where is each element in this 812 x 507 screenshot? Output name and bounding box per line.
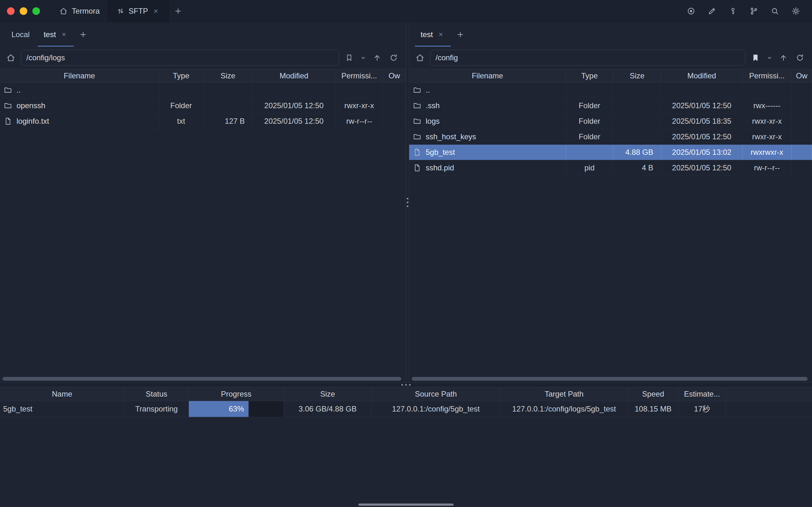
header-source-path[interactable]: Source Path [372, 387, 500, 401]
header-size[interactable]: Size [613, 69, 661, 82]
file-size [204, 98, 253, 113]
pane-tab[interactable]: test [414, 22, 452, 47]
file-row[interactable]: .ssh Folder 2025/01/05 12:50 rwx------ [409, 98, 812, 114]
header-owner[interactable]: Ow [792, 69, 812, 82]
file-size [613, 129, 661, 145]
header-filename[interactable]: Filename [409, 69, 566, 82]
add-tab-button[interactable] [75, 22, 92, 47]
header-type[interactable]: Type [159, 69, 204, 82]
bookmark-button[interactable] [749, 51, 762, 64]
file-row[interactable]: ssh_host_keys Folder 2025/01/05 12:50 rw… [409, 129, 812, 145]
file-row[interactable]: sshd.pid pid 4 B 2025/01/05 12:50 rw-r--… [409, 160, 812, 176]
close-icon[interactable] [152, 7, 160, 15]
chevron-down-icon[interactable] [766, 51, 773, 64]
chevron-down-icon[interactable] [359, 51, 367, 64]
file-list: .. openssh [0, 82, 406, 383]
file-permissions [335, 82, 383, 98]
header-size[interactable]: Size [204, 69, 253, 82]
file-name: .ssh [426, 101, 440, 110]
header-target-path[interactable]: Target Path [500, 387, 628, 401]
file-modified: 2025/01/05 13:02 [661, 145, 743, 160]
file-row[interactable]: openssh Folder 2025/01/05 12:50 rwxr-xr-… [0, 98, 406, 114]
pane-tab-label: Local [11, 30, 30, 39]
folder-icon [3, 86, 13, 95]
header-speed[interactable]: Speed [628, 387, 679, 401]
file-row[interactable]: loginfo.txt txt 127 B 2025/01/05 12:50 r… [0, 114, 406, 129]
parent-directory-button[interactable] [777, 51, 790, 64]
file-owner [792, 98, 812, 113]
folder-icon [412, 116, 422, 126]
edit-button[interactable] [706, 5, 718, 17]
tab-label: SFTP [128, 7, 148, 15]
tab-sftp[interactable]: SFTP [108, 0, 169, 22]
close-window-button[interactable] [7, 7, 15, 15]
file-row[interactable]: .. [409, 82, 812, 98]
horizontal-scrollbar[interactable] [3, 377, 401, 381]
header-size[interactable]: Size [284, 387, 372, 401]
progress-fill: 63% [189, 401, 249, 417]
file-list: .. .ssh [409, 82, 812, 383]
key-button[interactable] [727, 5, 739, 17]
pane-divider[interactable] [406, 22, 409, 383]
tab-termora[interactable]: Termora [51, 0, 108, 22]
header-modified[interactable]: Modified [661, 69, 743, 82]
file-row[interactable]: logs Folder 2025/01/05 18:35 rwxr-xr-x [409, 114, 812, 129]
file-owner [792, 129, 812, 145]
parent-directory-button[interactable] [371, 51, 383, 64]
close-icon[interactable] [60, 31, 68, 39]
transfer-name: 5gb_test [0, 401, 124, 417]
header-permissions[interactable]: Permissi... [743, 69, 792, 82]
app-window: Termora SFTP [0, 0, 812, 507]
header-progress[interactable]: Progress [189, 387, 284, 401]
remote-pane-tabs: test [409, 22, 812, 47]
bookmark-button[interactable] [343, 51, 356, 64]
file-name: .. [16, 86, 21, 95]
zoom-window-button[interactable] [33, 7, 40, 15]
header-permissions[interactable]: Permissi... [335, 69, 383, 82]
search-button[interactable] [769, 5, 781, 17]
settings-button[interactable] [790, 5, 802, 17]
home-button[interactable] [4, 51, 17, 64]
path-value: /config/logs [26, 53, 65, 62]
file-size [613, 98, 661, 113]
transfer-icon [116, 7, 125, 15]
file-row[interactable]: .. [0, 82, 406, 98]
record-button[interactable] [685, 5, 697, 17]
tab-label: Termora [72, 7, 100, 15]
minimize-window-button[interactable] [20, 7, 27, 15]
file-permissions [743, 82, 792, 98]
transfers-divider[interactable] [0, 383, 812, 387]
header-estimate[interactable]: Estimate... [679, 387, 726, 401]
refresh-button[interactable] [794, 51, 806, 64]
header-owner[interactable]: Ow [383, 69, 406, 82]
file-row[interactable]: 5gb_test 4.88 GB 2025/01/05 13:02 rwxrwx… [409, 145, 812, 160]
header-type[interactable]: Type [566, 69, 613, 82]
header-filename[interactable]: Filename [0, 69, 159, 82]
file-size: 4 B [613, 160, 661, 175]
file-modified [661, 82, 743, 98]
local-file-table: Filename Type Size Modified Permissi... … [0, 69, 406, 383]
add-tab-button[interactable] [452, 22, 469, 47]
pane-tab[interactable]: test [37, 22, 75, 47]
folder-icon [412, 132, 422, 142]
transfer-row[interactable]: 5gb_test Transporting 63% 3.06 GB/4.88 G… [0, 401, 812, 417]
file-name: ssh_host_keys [426, 132, 476, 141]
branch-button[interactable] [748, 5, 760, 17]
transfers-panel: Name Status Progress Size Source Path Ta… [0, 387, 812, 417]
file-type: Folder [566, 98, 613, 113]
file-permissions: rwx------ [743, 98, 792, 113]
file-modified: 2025/01/05 18:35 [661, 114, 743, 129]
header-name[interactable]: Name [0, 387, 124, 401]
path-input[interactable]: /config [430, 50, 745, 66]
path-input[interactable]: /config/logs [21, 50, 339, 66]
close-icon[interactable] [437, 31, 445, 39]
titlebar-actions [685, 0, 812, 22]
header-status[interactable]: Status [124, 387, 189, 401]
new-tab-button[interactable] [169, 0, 187, 22]
remote-pane: test /config [409, 22, 812, 383]
header-modified[interactable]: Modified [253, 69, 335, 82]
horizontal-scrollbar[interactable] [412, 377, 808, 381]
pane-tab[interactable]: Local [4, 22, 37, 47]
refresh-button[interactable] [387, 51, 400, 64]
home-button[interactable] [414, 51, 426, 64]
